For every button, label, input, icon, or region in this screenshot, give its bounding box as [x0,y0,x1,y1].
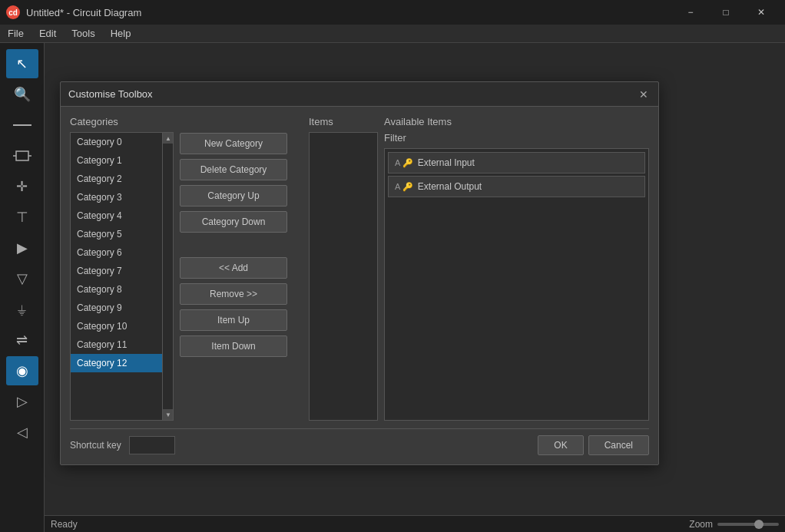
menu-file[interactable]: File [0,25,31,42]
menu-bar: File Edit Tools Help [0,25,785,43]
item-up-button[interactable]: Item Up [180,309,287,331]
category-item-0[interactable]: Category 0 [71,133,162,151]
window-close-button[interactable]: ✕ [744,0,779,25]
category-item-7[interactable]: Category 7 [71,262,162,280]
items-label: Items [309,116,378,127]
category-item-2[interactable]: Category 2 [71,170,162,188]
zoom-label: Zoom [689,519,713,530]
items-list[interactable] [309,132,378,421]
cancel-button[interactable]: Cancel [588,435,649,455]
category-item-4[interactable]: Category 4 [71,207,162,225]
shortcut-label: Shortcut key [70,440,121,451]
ok-button[interactable]: OK [538,435,583,455]
bottom-buttons: OK Cancel [538,435,649,455]
sidebar-icon-speaker[interactable]: ◁ [6,418,38,447]
available-item-label-1: External Output [418,181,482,192]
zoom-control: Zoom [689,519,779,530]
category-item-3[interactable]: Category 3 [71,188,162,207]
sidebar-icon-down-arrow[interactable]: ▽ [6,264,38,293]
category-list-container: Category 0 Category 1 Category 2 Categor… [70,132,174,421]
item-down-button[interactable]: Item Down [180,335,287,357]
available-items-list: A 🔑 External Input A 🔑 External Output [384,148,649,421]
title-bar-controls: − □ ✕ [673,0,779,25]
category-item-1[interactable]: Category 1 [71,151,162,170]
available-items-column: Available Items Filter A 🔑 External Inpu… [384,116,649,421]
sidebar-icon-ground[interactable]: ⏚ [6,295,38,324]
dialog-footer: Shortcut key OK Cancel [70,428,649,455]
available-item-icon-1: A 🔑 [395,182,413,192]
shortcut-row: Shortcut key [70,436,175,454]
available-item-icon-0: A 🔑 [395,158,413,168]
add-item-button[interactable]: << Add [180,257,287,279]
category-down-button[interactable]: Category Down [180,211,287,233]
dialog-title: Customise Toolbox [68,88,153,100]
shortcut-input[interactable] [129,436,175,454]
remove-item-button[interactable]: Remove >> [180,283,287,305]
categories-column: Categories Category 0 Category 1 Categor… [70,116,174,421]
available-items-label: Available Items [384,116,649,127]
sidebar-icon-cross[interactable]: ✛ [6,172,38,201]
status-text: Ready [51,519,78,530]
window-title: Untitled* - Circuit Diagram [26,7,141,18]
scroll-down-button[interactable]: ▼ [163,409,174,420]
sidebar-icon-tee[interactable]: ⊤ [6,203,38,232]
dialog-columns: Categories Category 0 Category 1 Categor… [70,116,649,421]
title-bar: cd Untitled* - Circuit Diagram − □ ✕ [0,0,785,25]
svg-rect-1 [16,151,28,160]
menu-help[interactable]: Help [103,25,139,42]
category-item-6[interactable]: Category 6 [71,243,162,262]
available-item-0[interactable]: A 🔑 External Input [388,152,645,173]
dialog-body: Categories Category 0 Category 1 Categor… [61,107,658,464]
category-up-button[interactable]: Category Up [180,185,287,207]
status-bar: Ready Zoom [45,515,785,532]
category-item-5[interactable]: Category 5 [71,225,162,243]
sidebar-icon-circle[interactable]: ◉ [6,356,38,385]
sidebar-icon-wire[interactable] [6,111,38,140]
menu-edit[interactable]: Edit [31,25,64,42]
category-item-10[interactable]: Category 10 [71,317,162,335]
customise-toolbox-dialog: Customise Toolbox ✕ Categories Category … [60,81,659,465]
dialog-close-button[interactable]: ✕ [637,88,651,101]
main-area: ↖ 🔍 ✛ ⊤ ▶ ▽ ⏚ ⇌ ◉ ▷ ◁ Customise Toolbox … [0,43,785,532]
dialog-title-bar: Customise Toolbox ✕ [61,82,658,107]
sidebar-icon-flow[interactable]: ⇌ [6,325,38,355]
content-area: Customise Toolbox ✕ Categories Category … [45,43,785,532]
sidebar-icon-cursor[interactable]: ↖ [6,49,38,78]
category-item-11[interactable]: Category 11 [71,335,162,354]
delete-category-button[interactable]: Delete Category [180,159,287,180]
maximize-button[interactable]: □ [708,0,744,25]
sidebar: ↖ 🔍 ✛ ⊤ ▶ ▽ ⏚ ⇌ ◉ ▷ ◁ [0,43,45,532]
categories-label: Categories [70,116,174,127]
title-bar-left: cd Untitled* - Circuit Diagram [6,5,141,19]
scroll-up-button[interactable]: ▲ [163,133,174,144]
sidebar-icon-component[interactable] [6,141,38,170]
category-item-8[interactable]: Category 8 [71,280,162,299]
sidebar-icon-search[interactable]: 🔍 [6,80,38,109]
category-item-12[interactable]: Category 12 [71,354,162,372]
dialog-overlay: Customise Toolbox ✕ Categories Category … [45,43,785,532]
category-list[interactable]: Category 0 Category 1 Category 2 Categor… [71,133,162,420]
scrollbar-buttons: ▲ ▼ [162,133,173,420]
available-item-label-0: External Input [418,157,475,168]
available-item-1[interactable]: A 🔑 External Output [388,176,645,197]
minimize-button[interactable]: − [673,0,708,25]
filter-label: Filter [384,132,406,144]
category-item-9[interactable]: Category 9 [71,299,162,317]
zoom-thumb[interactable] [754,520,763,529]
zoom-slider[interactable] [717,523,779,526]
new-category-button[interactable]: New Category [180,133,287,154]
menu-tools[interactable]: Tools [64,25,102,42]
buttons-column: New Category Delete Category Category Up… [180,116,303,421]
app-icon: cd [6,5,20,19]
items-column: Items [309,116,378,421]
sidebar-icon-play[interactable]: ▷ [6,387,38,416]
sidebar-icon-arrow[interactable]: ▶ [6,233,38,263]
filter-row: Filter [384,132,649,144]
